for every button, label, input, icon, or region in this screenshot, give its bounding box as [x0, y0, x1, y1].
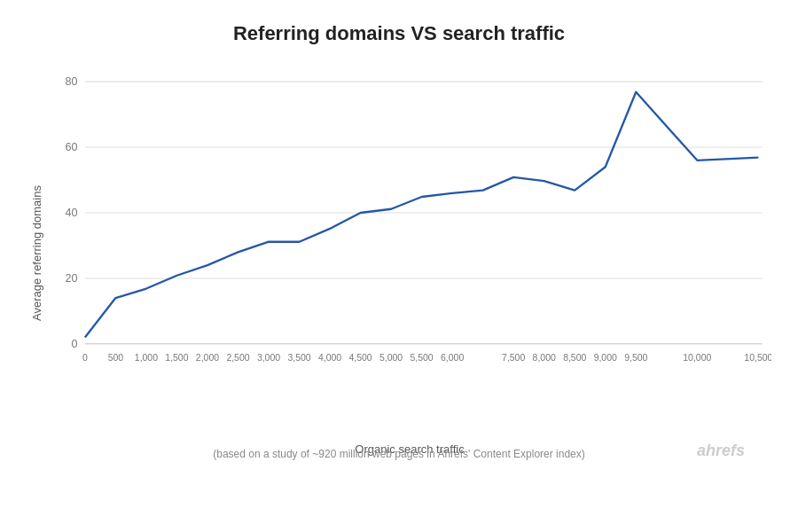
svg-text:3,000: 3,000 — [257, 352, 280, 363]
svg-text:5,500: 5,500 — [411, 352, 434, 363]
svg-text:0: 0 — [71, 338, 77, 350]
svg-text:40: 40 — [66, 207, 78, 219]
svg-text:80: 80 — [66, 75, 78, 88]
svg-text:2,000: 2,000 — [196, 352, 219, 363]
svg-text:8,500: 8,500 — [563, 352, 586, 363]
svg-text:1,000: 1,000 — [135, 352, 158, 363]
footer: (based on a study of ~920 million web pa… — [27, 448, 771, 460]
svg-text:6,000: 6,000 — [441, 352, 464, 363]
chart-title: Referring domains VS search traffic — [27, 22, 771, 45]
svg-text:4,500: 4,500 — [348, 352, 372, 363]
chart-line — [85, 92, 759, 338]
svg-text:5,000: 5,000 — [379, 352, 403, 363]
chart-and-xaxis: 0 20 40 60 80 0 500 1,000 1,500 2,000 2,… — [48, 63, 771, 444]
svg-container: 0 20 40 60 80 0 500 1,000 1,500 2,000 2,… — [48, 63, 771, 437]
chart-wrap: Average referring domains 0 20 40 60 80 — [27, 63, 771, 444]
svg-text:60: 60 — [66, 141, 78, 153]
svg-text:2,500: 2,500 — [226, 352, 249, 363]
svg-text:9,000: 9,000 — [594, 352, 617, 363]
svg-text:1,500: 1,500 — [165, 352, 188, 363]
footer-text: (based on a study of ~920 million web pa… — [213, 448, 585, 460]
svg-text:20: 20 — [66, 272, 78, 285]
svg-text:7,500: 7,500 — [502, 352, 525, 363]
svg-text:0: 0 — [82, 352, 88, 363]
chart-svg: 0 20 40 60 80 0 500 1,000 1,500 2,000 2,… — [48, 63, 771, 437]
page-container: Referring domains VS search traffic Aver… — [0, 0, 798, 532]
svg-text:10,500: 10,500 — [744, 352, 771, 363]
svg-text:9,500: 9,500 — [624, 352, 647, 363]
svg-text:4,000: 4,000 — [318, 352, 341, 363]
svg-text:10,000: 10,000 — [683, 352, 711, 363]
y-axis-label: Average referring domains — [27, 63, 46, 444]
svg-text:3,500: 3,500 — [287, 352, 310, 363]
svg-text:8,000: 8,000 — [533, 352, 556, 363]
brand-logo: ahrefs — [697, 442, 745, 460]
svg-text:500: 500 — [108, 352, 124, 363]
